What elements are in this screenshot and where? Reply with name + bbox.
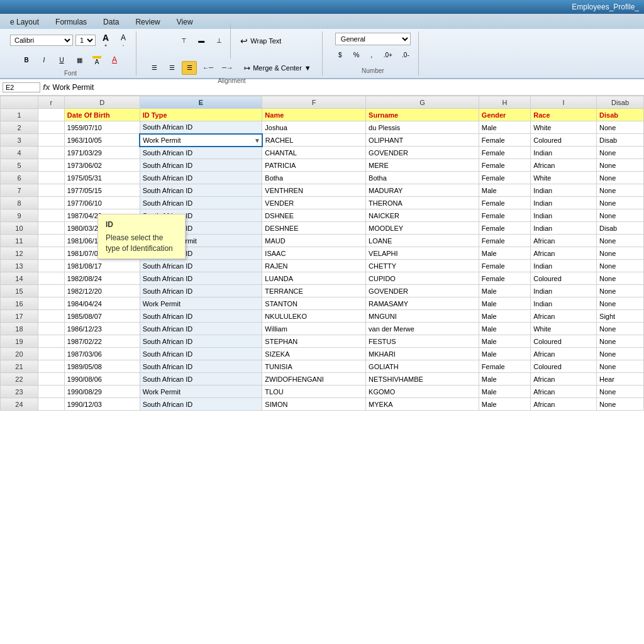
cell-name-17[interactable]: NKULULEKO bbox=[262, 310, 366, 323]
cell-dob-6[interactable]: 1975/05/31 bbox=[64, 172, 140, 184]
cell-race-2[interactable]: White bbox=[531, 121, 597, 134]
cell-gender-16[interactable]: Male bbox=[479, 297, 530, 310]
cell-disab-13[interactable]: None bbox=[597, 260, 644, 272]
cell-gender-15[interactable]: Male bbox=[479, 285, 530, 297]
cell-race-3[interactable]: Coloured bbox=[531, 134, 597, 147]
cell-surname-5[interactable]: MERE bbox=[366, 159, 479, 172]
cell-disab-23[interactable]: None bbox=[597, 386, 644, 398]
cell-disab-20[interactable]: None bbox=[597, 348, 644, 360]
cell-race-12[interactable]: African bbox=[531, 247, 597, 260]
cell-empty[interactable] bbox=[38, 386, 64, 398]
cell-dob-16[interactable]: 1984/04/24 bbox=[64, 297, 140, 310]
cell-dob-22[interactable]: 1990/08/06 bbox=[64, 373, 140, 386]
cell-disab-22[interactable]: Hear bbox=[597, 373, 644, 386]
cell-name-9[interactable]: DSHNEE bbox=[262, 209, 366, 222]
cell-disab-8[interactable]: None bbox=[597, 197, 644, 209]
header-r[interactable] bbox=[38, 109, 64, 121]
cell-disab-2[interactable]: None bbox=[597, 121, 644, 134]
cell-dob-24[interactable]: 1990/12/03 bbox=[64, 398, 140, 411]
col-header-h[interactable]: H bbox=[479, 96, 530, 109]
decrease-decimal-btn[interactable]: .0- bbox=[398, 48, 413, 62]
col-header-d[interactable]: D bbox=[64, 96, 140, 109]
col-header-j[interactable]: Disab bbox=[597, 96, 644, 109]
cell-disab-14[interactable]: None bbox=[597, 272, 644, 285]
cell-dob-5[interactable]: 1973/06/02 bbox=[64, 159, 140, 172]
cell-gender-18[interactable]: Male bbox=[479, 323, 530, 335]
cell-gender-5[interactable]: Female bbox=[479, 159, 530, 172]
cell-idtype-22[interactable]: South African ID bbox=[140, 373, 262, 386]
cell-gender-22[interactable]: Male bbox=[479, 373, 530, 386]
underline-btn[interactable]: U bbox=[54, 53, 69, 67]
header-idtype[interactable]: ID Type bbox=[140, 109, 262, 121]
cell-idtype-8[interactable]: South African ID bbox=[140, 197, 262, 209]
cell-race-24[interactable]: African bbox=[531, 398, 597, 411]
cell-race-9[interactable]: Indian bbox=[531, 209, 597, 222]
col-header-e[interactable]: E bbox=[140, 96, 262, 109]
cell-race-23[interactable]: African bbox=[531, 386, 597, 398]
align-top-btn[interactable]: ⊤ bbox=[176, 34, 191, 48]
cell-empty[interactable] bbox=[38, 247, 64, 260]
cell-idtype-4[interactable]: South African ID bbox=[140, 147, 262, 159]
cell-surname-13[interactable]: CHETTY bbox=[366, 260, 479, 272]
cell-idtype-13[interactable]: South African ID bbox=[140, 260, 262, 272]
header-race[interactable]: Race bbox=[531, 109, 597, 121]
cell-gender-17[interactable]: Male bbox=[479, 310, 530, 323]
cell-surname-20[interactable]: MKHARI bbox=[366, 348, 479, 360]
cell-name-3[interactable]: RACHEL bbox=[262, 134, 366, 147]
cell-idtype-19[interactable]: South African ID bbox=[140, 335, 262, 348]
increase-indent-btn[interactable]: ─→ bbox=[219, 61, 236, 75]
cell-disab-24[interactable]: None bbox=[597, 398, 644, 411]
cell-surname-16[interactable]: RAMASAMY bbox=[366, 297, 479, 310]
cell-name-24[interactable]: SIMON bbox=[262, 398, 366, 411]
tab-formulas[interactable]: Formulas bbox=[48, 15, 94, 29]
bold-btn[interactable]: B bbox=[19, 53, 34, 67]
cell-disab-10[interactable]: Disab bbox=[597, 222, 644, 235]
cell-gender-12[interactable]: Male bbox=[479, 247, 530, 260]
increase-font-btn[interactable]: A+ bbox=[98, 31, 113, 50]
tab-page-layout[interactable]: e Layout bbox=[3, 15, 47, 29]
cell-race-4[interactable]: Indian bbox=[531, 147, 597, 159]
cell-idtype-14[interactable]: South African ID bbox=[140, 272, 262, 285]
cell-surname-2[interactable]: du Plessis bbox=[366, 121, 479, 134]
cell-gender-2[interactable]: Male bbox=[479, 121, 530, 134]
italic-btn[interactable]: I bbox=[36, 53, 52, 67]
cell-empty[interactable] bbox=[38, 235, 64, 247]
align-right-btn[interactable]: ☰ bbox=[182, 61, 197, 75]
cell-race-22[interactable]: African bbox=[531, 373, 597, 386]
cell-race-6[interactable]: White bbox=[531, 172, 597, 184]
cell-dob-4[interactable]: 1971/03/29 bbox=[64, 147, 140, 159]
cell-name-13[interactable]: RAJEN bbox=[262, 260, 366, 272]
wrap-text-btn[interactable]: ↩ Wrap Text bbox=[235, 33, 287, 48]
cell-gender-14[interactable]: Female bbox=[479, 272, 530, 285]
name-box[interactable] bbox=[3, 82, 40, 92]
cell-gender-19[interactable]: Male bbox=[479, 335, 530, 348]
cell-idtype-18[interactable]: South African ID bbox=[140, 323, 262, 335]
cell-race-15[interactable]: Indian bbox=[531, 285, 597, 297]
cell-disab-4[interactable]: None bbox=[597, 147, 644, 159]
col-header-f[interactable]: F bbox=[262, 96, 366, 109]
cell-gender-13[interactable]: Female bbox=[479, 260, 530, 272]
cell-race-7[interactable]: Indian bbox=[531, 184, 597, 197]
tab-review[interactable]: Review bbox=[128, 15, 167, 29]
cell-gender-11[interactable]: Female bbox=[479, 235, 530, 247]
cell-idtype-3[interactable]: Work Permit▼ bbox=[140, 134, 262, 147]
cell-surname-18[interactable]: van der Merwe bbox=[366, 323, 479, 335]
increase-decimal-btn[interactable]: .0+ bbox=[380, 48, 396, 62]
cell-surname-3[interactable]: OLIPHANT bbox=[366, 134, 479, 147]
cell-disab-12[interactable]: None bbox=[597, 247, 644, 260]
cell-surname-22[interactable]: NETSHIVHAMBE bbox=[366, 373, 479, 386]
cell-gender-24[interactable]: Male bbox=[479, 398, 530, 411]
cell-surname-14[interactable]: CUPIDO bbox=[366, 272, 479, 285]
header-disab[interactable]: Disab bbox=[597, 109, 644, 121]
cell-race-10[interactable]: Indian bbox=[531, 222, 597, 235]
cell-surname-24[interactable]: MYEKA bbox=[366, 398, 479, 411]
cell-idtype-7[interactable]: South African ID bbox=[140, 184, 262, 197]
cell-gender-3[interactable]: Female bbox=[479, 134, 530, 147]
cell-dob-2[interactable]: 1959/07/10 bbox=[64, 121, 140, 134]
cell-empty[interactable] bbox=[38, 222, 64, 235]
cell-dob-8[interactable]: 1977/06/10 bbox=[64, 197, 140, 209]
merge-center-btn[interactable]: ↦ Merge & Center ▼ bbox=[238, 61, 317, 75]
cell-dob-7[interactable]: 1977/05/15 bbox=[64, 184, 140, 197]
cell-surname-11[interactable]: LOANE bbox=[366, 235, 479, 247]
cell-empty[interactable] bbox=[38, 159, 64, 172]
